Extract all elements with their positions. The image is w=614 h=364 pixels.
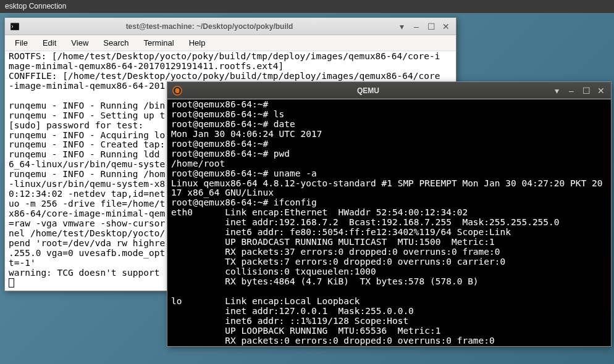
window-controls: ▾ – ☐ ✕ bbox=[397, 22, 451, 31]
desktop-header-title: esktop Connection bbox=[5, 2, 66, 10]
terminal-title: test@test-machine: ~/Desktop/yocto/poky/… bbox=[22, 22, 397, 31]
terminal-icon bbox=[10, 22, 20, 31]
qemu-minimize-icon[interactable]: – bbox=[566, 86, 576, 96]
menu-help[interactable]: Help bbox=[183, 36, 212, 49]
terminal-titlebar[interactable]: test@test-machine: ~/Desktop/yocto/poky/… bbox=[5, 18, 456, 35]
close-icon[interactable]: ✕ bbox=[441, 22, 451, 31]
maximize-icon[interactable]: ☐ bbox=[426, 22, 436, 31]
qemu-title: QEMU bbox=[185, 86, 552, 95]
qemu-window-controls: ▾ – ☐ ✕ bbox=[552, 86, 606, 96]
desktop-header: esktop Connection bbox=[0, 0, 614, 13]
menu-search[interactable]: Search bbox=[97, 36, 135, 49]
terminal-menubar: File Edit View Search Terminal Help bbox=[5, 35, 456, 51]
qemu-close-icon[interactable]: ✕ bbox=[596, 86, 606, 96]
qemu-maximize-icon[interactable]: ☐ bbox=[581, 86, 591, 96]
menu-file[interactable]: File bbox=[9, 36, 34, 49]
terminal-cursor bbox=[9, 278, 14, 287]
qemu-titlebar[interactable]: QEMU ▾ – ☐ ✕ bbox=[167, 82, 611, 99]
qemu-window[interactable]: QEMU ▾ – ☐ ✕ root@qemux86-64:~# root@qem… bbox=[167, 81, 612, 347]
qemu-icon bbox=[172, 86, 182, 96]
menu-icon[interactable]: ▾ bbox=[397, 22, 406, 31]
menu-edit[interactable]: Edit bbox=[36, 36, 62, 49]
menu-terminal[interactable]: Terminal bbox=[138, 36, 180, 49]
qemu-content[interactable]: root@qemux86-64:~# root@qemux86-64:~# ls… bbox=[167, 99, 611, 346]
menu-view[interactable]: View bbox=[65, 36, 95, 49]
minimize-icon[interactable]: – bbox=[411, 22, 421, 31]
qemu-menu-icon[interactable]: ▾ bbox=[552, 86, 561, 96]
